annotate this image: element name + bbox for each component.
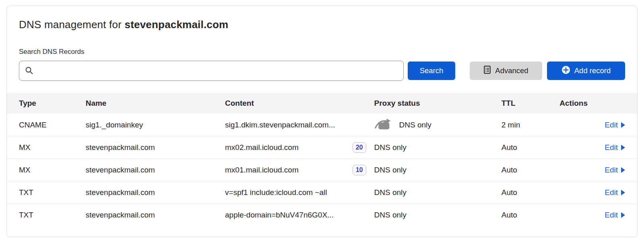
dns-records-table: Type Name Content Proxy status TTL Actio… xyxy=(7,93,637,226)
edit-link[interactable]: Edit xyxy=(605,166,625,174)
priority-badge: 20 xyxy=(353,142,366,153)
column-header-type: Type xyxy=(19,99,86,108)
record-type: CNAME xyxy=(19,121,86,129)
search-icon xyxy=(25,66,33,76)
proxy-status-cell: DNS only xyxy=(374,166,502,174)
record-content: sig1.dkim.stevenpackmail.com... xyxy=(225,121,374,129)
record-name: sig1._domainkey xyxy=(86,121,225,129)
proxy-status-text: DNS only xyxy=(399,121,431,129)
proxy-status-text: DNS only xyxy=(374,211,407,219)
table-row: TXT stevenpackmail.com v=spf1 include:ic… xyxy=(7,181,637,204)
search-button[interactable]: Search xyxy=(408,62,455,80)
search-toolbar: Search Advanced Add record xyxy=(19,61,625,81)
record-name: stevenpackmail.com xyxy=(86,166,225,174)
table-row: MX stevenpackmail.com mx01.mail.icloud.c… xyxy=(7,159,637,181)
proxy-status-cell: DNS only xyxy=(374,118,502,132)
column-header-ttl: TTL xyxy=(502,99,560,108)
column-header-proxy: Proxy status xyxy=(374,99,502,108)
right-triangle-icon xyxy=(621,122,625,128)
record-name: stevenpackmail.com xyxy=(86,188,225,197)
record-content: apple-domain=bNuV47n6G0X... xyxy=(225,211,374,219)
right-triangle-icon xyxy=(621,145,625,150)
record-content: v=spf1 include:icloud.com ~all xyxy=(225,188,374,197)
record-ttl: Auto xyxy=(502,166,560,174)
edit-link[interactable]: Edit xyxy=(605,188,625,197)
search-label: Search DNS Records xyxy=(19,48,625,56)
record-ttl: Auto xyxy=(502,211,560,219)
record-ttl: Auto xyxy=(502,143,560,152)
column-header-name: Name xyxy=(86,99,225,108)
dns-management-card: DNS management for stevenpackmail.com Se… xyxy=(6,6,638,237)
record-type: TXT xyxy=(19,188,86,197)
proxy-status-text: DNS only xyxy=(374,166,407,174)
record-type: MX xyxy=(19,143,86,152)
edit-link[interactable]: Edit xyxy=(605,121,625,129)
record-content: mx02.mail.icloud.com 20 xyxy=(225,142,374,153)
record-type: MX xyxy=(19,166,86,174)
table-header-row: Type Name Content Proxy status TTL Actio… xyxy=(7,93,637,114)
record-ttl: Auto xyxy=(502,188,560,197)
table-row: CNAME sig1._domainkey sig1.dkim.stevenpa… xyxy=(7,114,637,136)
document-list-icon xyxy=(483,66,491,76)
domain-name: stevenpackmail.com xyxy=(124,18,228,31)
proxy-status-cell: DNS only xyxy=(374,143,502,152)
record-name: stevenpackmail.com xyxy=(86,143,225,152)
column-header-actions: Actions xyxy=(559,99,625,108)
proxy-status-cell: DNS only xyxy=(374,211,502,219)
right-triangle-icon xyxy=(621,212,625,218)
table-row: TXT stevenpackmail.com apple-domain=bNuV… xyxy=(7,204,637,226)
record-name: stevenpackmail.com xyxy=(86,211,225,219)
table-body: CNAME sig1._domainkey sig1.dkim.stevenpa… xyxy=(7,114,637,226)
proxy-status-text: DNS only xyxy=(374,188,407,197)
page-title: DNS management for stevenpackmail.com xyxy=(19,18,625,31)
column-header-content: Content xyxy=(225,99,374,108)
plus-circle-icon xyxy=(561,66,570,76)
proxy-status-text: DNS only xyxy=(374,143,407,152)
search-input[interactable] xyxy=(19,61,404,81)
proxy-status-cell: DNS only xyxy=(374,188,502,197)
edit-link[interactable]: Edit xyxy=(605,143,625,152)
record-content: mx01.mail.icloud.com 10 xyxy=(225,165,374,175)
edit-link[interactable]: Edit xyxy=(605,211,625,219)
table-row: MX stevenpackmail.com mx02.mail.icloud.c… xyxy=(7,136,637,159)
right-triangle-icon xyxy=(621,167,625,173)
add-record-button[interactable]: Add record xyxy=(547,62,625,80)
right-triangle-icon xyxy=(621,190,625,195)
advanced-button[interactable]: Advanced xyxy=(470,62,542,80)
gray-cloud-arrow-icon xyxy=(374,118,393,132)
priority-badge: 10 xyxy=(353,165,366,175)
record-ttl: 2 min xyxy=(502,121,560,129)
record-type: TXT xyxy=(19,211,86,219)
